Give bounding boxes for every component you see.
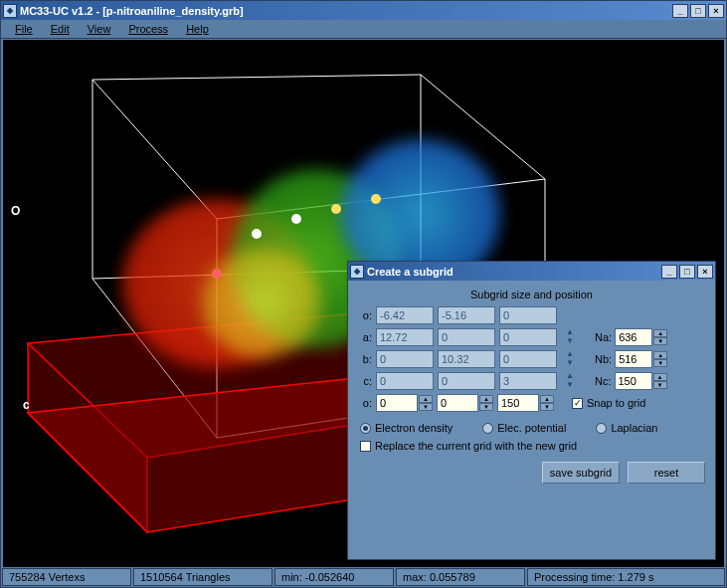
c-z-input[interactable]	[499, 372, 557, 390]
row-b-label: b:	[358, 353, 372, 365]
maximize-button[interactable]: □	[690, 4, 706, 18]
o-z-input[interactable]	[499, 306, 557, 324]
dialog-close-button[interactable]: ×	[697, 265, 713, 279]
spin-up[interactable]: ▲	[419, 395, 433, 403]
atom	[291, 214, 301, 224]
menu-help[interactable]: Help	[178, 21, 217, 37]
a-z-input[interactable]	[499, 328, 557, 346]
o2-z-input[interactable]	[497, 394, 539, 412]
subgrid-dialog[interactable]: ◆ Create a subgrid _ □ × Subgrid size an…	[347, 261, 716, 560]
o-x-input[interactable]	[376, 306, 434, 324]
spin-down[interactable]: ▼	[540, 403, 554, 411]
o-y-input[interactable]	[438, 306, 495, 324]
close-button[interactable]: ×	[708, 4, 724, 18]
nc-up[interactable]: ▲	[653, 373, 667, 381]
status-time: Processing time: 1.279 s	[527, 568, 725, 586]
radio-laplacian[interactable]: Laplacian	[596, 422, 657, 434]
isosurface-blob	[202, 249, 321, 358]
menu-process[interactable]: Process	[120, 21, 176, 37]
status-min: min: -0.052640	[274, 568, 394, 586]
spin-down[interactable]: ▼	[419, 403, 433, 411]
save-subgrid-button[interactable]: save subgrid	[542, 462, 620, 484]
b-y-input[interactable]	[438, 350, 495, 368]
a-y-input[interactable]	[438, 328, 495, 346]
spin-up[interactable]: ▲	[479, 395, 493, 403]
dialog-titlebar[interactable]: ◆ Create a subgrid _ □ ×	[348, 262, 715, 281]
nb-down[interactable]: ▼	[653, 359, 667, 367]
a-x-input[interactable]	[376, 328, 434, 346]
na-input[interactable]	[615, 328, 652, 346]
nb-up[interactable]: ▲	[653, 351, 667, 359]
dialog-maximize-button[interactable]: □	[679, 265, 695, 279]
status-triangles: 1510564 Triangles	[133, 568, 273, 586]
statusbar: 755284 Vertexs 1510564 Triangles min: -0…	[2, 568, 725, 586]
atom	[252, 229, 262, 239]
radio-electron-density[interactable]: Electron density	[360, 422, 453, 434]
replace-label: Replace the current grid with the new gr…	[375, 440, 577, 452]
dialog-minimize-button[interactable]: _	[661, 265, 677, 279]
axis-label-o: O	[11, 204, 20, 218]
radio-elec-potential[interactable]: Elec. potential	[482, 422, 566, 434]
main-titlebar[interactable]: ◆ MC33-UC v1.2 - [p-nitroaniline_density…	[1, 1, 726, 20]
na-down[interactable]: ▼	[653, 337, 667, 345]
axis-label-c: c	[23, 398, 30, 412]
arrow-down-icon[interactable]: ▼	[563, 381, 577, 390]
nc-label: Nc:	[595, 375, 612, 387]
row-o-label: o:	[358, 309, 372, 321]
section-title: Subgrid size and position	[358, 289, 705, 300]
spin-up[interactable]: ▲	[540, 395, 554, 403]
app-icon: ◆	[3, 4, 17, 18]
atom	[371, 194, 381, 204]
row-o2-label: o:	[358, 397, 372, 409]
atom	[212, 269, 222, 279]
reset-button[interactable]: reset	[628, 462, 705, 484]
nb-label: Nb:	[595, 353, 612, 365]
window-title: MC33-UC v1.2 - [p-nitroaniline_density.g…	[20, 5, 672, 17]
c-x-input[interactable]	[376, 372, 434, 390]
nb-input[interactable]	[615, 350, 652, 368]
snap-label: Snap to grid	[587, 397, 645, 409]
spin-down[interactable]: ▼	[479, 403, 493, 411]
dialog-icon: ◆	[350, 265, 364, 279]
na-label: Na:	[595, 331, 612, 343]
atom	[331, 204, 341, 214]
menu-file[interactable]: File	[7, 21, 41, 37]
o2-x-input[interactable]	[376, 394, 418, 412]
b-z-input[interactable]	[499, 350, 557, 368]
dialog-title: Create a subgrid	[367, 266, 661, 278]
menu-edit[interactable]: Edit	[43, 21, 78, 37]
o2-y-input[interactable]	[437, 394, 478, 412]
arrow-down-icon[interactable]: ▼	[563, 359, 577, 368]
replace-grid-checkbox[interactable]: Replace the current grid with the new gr…	[360, 440, 705, 452]
menu-view[interactable]: View	[80, 21, 119, 37]
row-a-label: a:	[358, 331, 372, 343]
nc-input[interactable]	[615, 372, 652, 390]
status-vertices: 755284 Vertexs	[2, 568, 131, 586]
status-max: max: 0.055789	[396, 568, 525, 586]
c-y-input[interactable]	[438, 372, 495, 390]
minimize-button[interactable]: _	[672, 4, 688, 18]
b-x-input[interactable]	[376, 350, 434, 368]
nc-down[interactable]: ▼	[653, 381, 667, 389]
snap-to-grid-checkbox[interactable]: ✓Snap to grid	[572, 397, 645, 409]
arrow-down-icon[interactable]: ▼	[563, 337, 577, 346]
na-up[interactable]: ▲	[653, 329, 667, 337]
menubar: File Edit View Process Help	[1, 20, 726, 39]
row-c-label: c:	[358, 375, 372, 387]
